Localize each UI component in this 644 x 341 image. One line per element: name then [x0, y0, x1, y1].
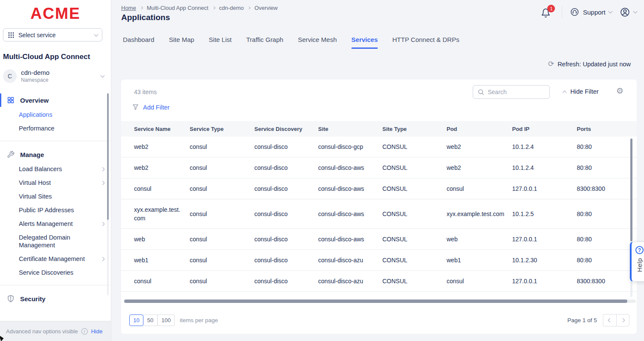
page-size-100[interactable]: 100	[158, 314, 175, 326]
sidebar-item-load-balancers[interactable]: Load Balancers	[0, 162, 111, 176]
tab-service-mesh[interactable]: Service Mesh	[298, 36, 337, 49]
breadcrumb-item-multi-cloud-app-connect[interactable]: Multi-Cloud App Connect	[147, 5, 209, 11]
add-filter-label: Add Filter	[143, 104, 170, 111]
cell-ports: 80:80	[577, 250, 637, 271]
table-row[interactable]: web2consulconsul-discoconsul-disco-gcpCO…	[121, 136, 637, 157]
cell-service-type: consul	[190, 229, 254, 250]
search-input[interactable]	[488, 89, 543, 95]
cell-ports: 80:80	[577, 229, 637, 250]
tab-services[interactable]: Services	[352, 36, 378, 49]
namespace-selector[interactable]: C cdn-demo Namespace	[3, 69, 104, 83]
cell-ports: 80:80	[577, 157, 637, 178]
hide-filter-button[interactable]: Hide Filter	[563, 88, 599, 95]
sidebar-section-overview[interactable]: Overview	[0, 92, 111, 108]
cell-site-type: CONSUL	[382, 136, 447, 157]
sidebar-item-delegated-domain-management[interactable]: Delegated Domain Management	[0, 231, 111, 252]
next-page-button[interactable]	[616, 314, 629, 326]
table-row[interactable]: web2consulconsul-discoconsul-disco-awsCO…	[121, 157, 637, 178]
support-menu[interactable]: Support	[570, 7, 612, 17]
breadcrumb-separator-icon	[247, 6, 250, 9]
cell-site-type: CONSUL	[382, 250, 447, 271]
breadcrumb-separator-icon	[140, 6, 143, 9]
cell-pod: web	[447, 229, 512, 250]
cell-pod-ip: 10.1.2.4	[512, 157, 577, 178]
table-row[interactable]: consulconsulconsul-discoconsul-disco-aws…	[121, 178, 637, 199]
breadcrumb: HomeMulti-Cloud App Connectcdn-demoOverv…	[121, 5, 278, 11]
breadcrumb-separator-icon	[212, 6, 215, 9]
vertical-scrollbar-thumb[interactable]	[630, 139, 632, 241]
refresh-label: Refresh: Updated just now	[558, 61, 631, 68]
column-header-service-name[interactable]: Service Name	[121, 121, 190, 136]
sidebar-scrollbar-thumb[interactable]	[107, 93, 109, 220]
sidebar-item-performance[interactable]: Performance	[0, 122, 111, 135]
table-horizontal-scrollbar[interactable]	[124, 299, 636, 303]
service-selector[interactable]: Select service	[3, 28, 102, 42]
sidebar-item-public-ip-addresses[interactable]: Public IP Addresses	[0, 203, 111, 217]
sidebar-item-virtual-host[interactable]: Virtual Host	[0, 176, 111, 190]
table-row[interactable]: xyx.example.test.comconsulconsul-discoco…	[121, 199, 637, 229]
cell-site: consul-disco-aws	[318, 229, 382, 250]
cell-ports: 8300:8300	[577, 271, 637, 292]
column-header-service-type[interactable]: Service Type	[190, 121, 254, 136]
question-circle-icon: ?	[635, 246, 644, 254]
column-header-site-type[interactable]: Site Type	[382, 121, 447, 136]
tab-site-list[interactable]: Site List	[209, 36, 232, 49]
sidebar-nav: OverviewApplicationsPerformanceManageLoa…	[0, 92, 111, 306]
tab-traffic-graph[interactable]: Traffic Graph	[246, 36, 283, 49]
namespace-avatar: C	[3, 69, 17, 83]
services-table: Service NameService TypeService Discover…	[121, 121, 637, 292]
sidebar: ACME Select service Multi-Cloud App Conn…	[0, 0, 111, 341]
column-header-site[interactable]: Site	[318, 121, 382, 136]
user-menu[interactable]	[620, 7, 637, 18]
sidebar-footer: Advanced nav options visible i Hide	[0, 321, 111, 341]
tab-http-connect-drps[interactable]: HTTP Connect & DRPs	[392, 36, 459, 49]
sidebar-item-alerts-management[interactable]: Alerts Management	[0, 217, 111, 231]
cell-site: consul-disco-azu	[318, 271, 382, 292]
tab-site-map[interactable]: Site Map	[169, 36, 194, 49]
table-row[interactable]: consulconsulconsul-discoconsul-disco-azu…	[121, 271, 637, 292]
sidebar-item-virtual-sites[interactable]: Virtual Sites	[0, 190, 111, 203]
previous-page-button[interactable]	[603, 314, 616, 326]
cell-site-type: CONSUL	[382, 271, 447, 292]
sidebar-scrollbar[interactable]	[107, 93, 109, 295]
cell-site: consul-disco-gcp	[318, 136, 382, 157]
tab-dashboard[interactable]: Dashboard	[123, 36, 154, 49]
chevron-right-icon	[101, 257, 105, 261]
column-header-service-discovery[interactable]: Service Discovery	[254, 121, 318, 136]
page-size-50[interactable]: 50	[143, 314, 158, 326]
sidebar-section-manage[interactable]: Manage	[0, 147, 111, 162]
cell-pod: xyx.example.test.com	[447, 199, 512, 229]
column-header-pod[interactable]: Pod	[447, 121, 512, 136]
sidebar-item-certificate-management[interactable]: Certificate Management	[0, 252, 111, 266]
pagination: 1050100 items per page Page 1 of 5	[129, 314, 629, 326]
table-header-row: Service NameService TypeService Discover…	[121, 121, 637, 136]
section-label: Manage	[20, 151, 44, 158]
main-content: HomeMulti-Cloud App Connectcdn-demoOverv…	[111, 0, 644, 341]
nav-item-label: Virtual Host	[19, 179, 101, 187]
breadcrumb-item-overview[interactable]: Overview	[254, 5, 277, 11]
nav-item-label: Delegated Domain Management	[19, 234, 104, 249]
horizontal-scrollbar-thumb[interactable]	[124, 299, 627, 303]
page-size-10[interactable]: 10	[129, 314, 143, 326]
sidebar-item-applications[interactable]: Applications	[0, 108, 111, 122]
section-label: Overview	[20, 97, 49, 104]
sidebar-item-service-discoveries[interactable]: Service Discoveries	[0, 266, 111, 279]
gear-icon[interactable]: ⚙	[616, 86, 623, 96]
breadcrumb-item-cdn-demo[interactable]: cdn-demo	[219, 5, 244, 11]
hide-advanced-nav-link[interactable]: Hide	[91, 328, 103, 335]
refresh-button[interactable]: ⟳ Refresh: Updated just now	[548, 60, 631, 68]
add-filter-button[interactable]: Add Filter	[132, 104, 170, 111]
sidebar-section-security[interactable]: Security	[0, 291, 111, 306]
notifications-button[interactable]: 1	[541, 6, 554, 18]
cell-service-name: consul	[121, 178, 190, 199]
table-row[interactable]: web1consulconsul-discoconsul-disco-azuCO…	[121, 250, 637, 271]
table-row[interactable]: webconsulconsul-discoconsul-disco-awsCON…	[121, 229, 637, 250]
nav-item-label: Certificate Management	[19, 255, 101, 263]
chevron-left-icon	[608, 318, 612, 322]
breadcrumb-item-home[interactable]: Home	[121, 5, 136, 11]
info-icon[interactable]: i	[81, 328, 88, 335]
column-header-pod-ip[interactable]: Pod IP	[512, 121, 577, 136]
help-tab[interactable]: ? Help	[630, 242, 644, 282]
table-body: web2consulconsul-discoconsul-disco-gcpCO…	[121, 136, 637, 292]
column-header-ports[interactable]: Ports	[577, 121, 637, 136]
